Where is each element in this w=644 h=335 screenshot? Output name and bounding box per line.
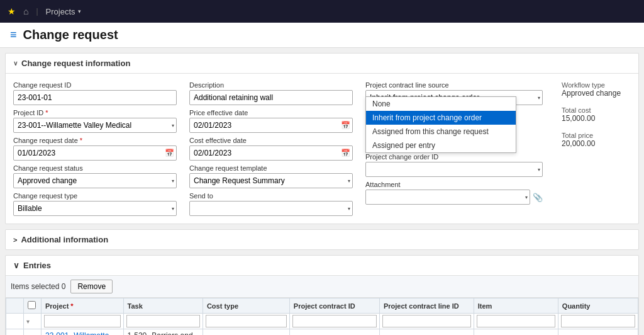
calendar-icon[interactable]: 📅 — [165, 149, 174, 157]
cost-effective-date-input[interactable] — [189, 145, 353, 161]
change-request-template-label: Change request template — [189, 164, 353, 172]
filter-quantity — [558, 314, 638, 329]
items-selected-text: Items selected 0 — [11, 282, 65, 291]
page-title: Change request — [23, 28, 118, 42]
dropdown-option-assigned-entry[interactable]: Assigned per entry — [366, 139, 516, 152]
th-project-contract-line-id: Project contract line ID — [379, 298, 474, 314]
total-price-value: 20,000.00 — [562, 139, 631, 148]
change-request-date-group: Change request date * 📅 — [13, 137, 177, 161]
change-request-type-select[interactable]: Billable — [13, 201, 177, 216]
paperclip-icon[interactable]: 📎 — [533, 193, 543, 202]
cost-effective-date-input-wrapper: 📅 — [189, 145, 353, 161]
project-id-select[interactable]: 23-001--Willamette Valley Medical — [13, 118, 177, 133]
th-project-contract-id: Project contract ID — [289, 298, 379, 314]
filter-num — [6, 314, 24, 329]
attachment-select-wrapper: ▾ — [365, 190, 530, 205]
project-change-order-id-select-wrapper: ▾ — [365, 162, 543, 177]
entries-table: Project * Task Cost type Project contrac… — [6, 298, 638, 335]
home-icon[interactable]: ⌂ — [23, 6, 28, 16]
additional-info-section: > Additional information — [5, 229, 639, 250]
section-toggle-icon: ∨ — [13, 60, 18, 67]
workflow-type-group: Workflow type Approved change — [562, 81, 631, 98]
change-request-id-label: Change request ID — [13, 81, 177, 89]
project-contract-line-source-group: Project contract line source Inherit fro… — [365, 81, 543, 105]
attachment-group: Attachment ▾ 📎 — [365, 181, 543, 205]
filter-item-input[interactable] — [477, 315, 555, 327]
price-effective-date-group: Price effective date 📅 — [189, 109, 353, 133]
price-effective-date-input[interactable] — [189, 118, 353, 133]
form-col-1: Change request ID Project ID * 23-001--W… — [13, 81, 177, 216]
workflow-type-label: Workflow type — [562, 81, 631, 89]
row-1-item: Subcontract--Subcont — [474, 329, 558, 336]
filter-project — [42, 314, 124, 329]
change-request-date-input[interactable] — [13, 145, 177, 161]
change-request-date-label: Change request date * — [13, 137, 177, 144]
select-all-checkbox[interactable] — [28, 301, 36, 309]
filter-project-input[interactable] — [44, 315, 121, 327]
description-input[interactable] — [189, 90, 353, 105]
section-body: Change request ID Project ID * 23-001--W… — [6, 74, 638, 224]
row-num-1: 1 — [6, 329, 24, 336]
filter-project-contract-id — [289, 314, 379, 329]
price-effective-date-input-wrapper: 📅 — [189, 118, 353, 133]
filter-task-input[interactable] — [126, 315, 200, 327]
filter-cost-type — [203, 314, 289, 329]
change-request-status-group: Change request status Approved change ▾ — [13, 164, 177, 188]
star-icon[interactable]: ★ — [8, 6, 16, 16]
row-1-project-contract-id — [289, 329, 379, 336]
row-1-cost-type: SUB--Subcontractors — [203, 329, 289, 336]
entries-toggle-icon: ∨ — [13, 261, 19, 270]
change-request-date-input-wrapper: 📅 — [13, 145, 177, 161]
change-request-status-select[interactable]: Approved change — [13, 173, 177, 188]
entries-section-label: Entries — [23, 261, 51, 270]
th-item: Item — [474, 298, 558, 314]
change-request-type-label: Change request type — [13, 192, 177, 200]
additional-info-header[interactable]: > Additional information — [6, 230, 638, 249]
project-change-order-id-select[interactable] — [365, 162, 543, 177]
project-id-group: Project ID * 23-001--Willamette Valley M… — [13, 109, 177, 133]
th-task: Task — [123, 298, 203, 314]
entries-toolbar: Items selected 0 Remove — [6, 276, 638, 298]
dropdown-option-inherit[interactable]: Inherit from project change order — [366, 111, 516, 125]
change-request-status-select-wrapper: Approved change ▾ — [13, 173, 177, 188]
description-label: Description — [189, 81, 353, 89]
filter-item — [474, 314, 558, 329]
table-header-row: Project * Task Cost type Project contrac… — [6, 298, 638, 314]
row-1-project-contract-line-id — [379, 329, 474, 336]
filter-project-contract-line-id-input[interactable] — [382, 315, 471, 327]
row-1-project: 23-001--Willamette Va — [42, 329, 124, 336]
change-request-info-header[interactable]: ∨ Change request information — [6, 54, 638, 74]
price-effective-date-label: Price effective date — [189, 109, 353, 116]
dropdown-option-assigned-change[interactable]: Assigned from this change request — [366, 125, 516, 139]
entries-section-header[interactable]: ∨ Entries — [6, 256, 638, 276]
filter-project-contract-id-input[interactable] — [292, 315, 377, 327]
projects-nav[interactable]: Projects ▾ — [46, 7, 81, 16]
description-group: Description — [189, 81, 353, 105]
change-request-type-group: Change request type Billable ▾ — [13, 192, 177, 216]
calendar-cost-icon[interactable]: 📅 — [341, 149, 350, 157]
project-change-order-id-label: Project change order ID — [365, 153, 543, 161]
dropdown-option-none[interactable]: None — [366, 97, 516, 111]
top-nav: ★ ⌂ | Projects ▾ — [0, 0, 644, 23]
send-to-select[interactable] — [189, 201, 353, 216]
calendar-price-icon[interactable]: 📅 — [341, 121, 350, 130]
change-request-template-select[interactable]: Change Request Summary — [189, 173, 353, 188]
filter-project-contract-line-id — [379, 314, 474, 329]
total-cost-label: Total cost — [562, 106, 631, 114]
total-cost-value: 15,000.00 — [562, 114, 631, 123]
change-request-id-input[interactable] — [13, 90, 177, 105]
form-grid: Change request ID Project ID * 23-001--W… — [13, 81, 631, 216]
attachment-select[interactable] — [365, 190, 530, 205]
th-num — [6, 298, 24, 314]
remove-button[interactable]: Remove — [70, 280, 113, 293]
page-header-icon: ≡ — [10, 28, 17, 42]
filter-cost-type-input[interactable] — [206, 315, 287, 327]
row-1-task: 1-530--Barriers and Er — [123, 329, 203, 336]
project-contract-line-source-label: Project contract line source — [365, 81, 543, 89]
filter-quantity-input[interactable] — [561, 315, 635, 327]
entries-section: ∨ Entries Items selected 0 Remove Projec… — [5, 255, 639, 335]
change-request-template-select-wrapper: Change Request Summary ▾ — [189, 173, 353, 188]
total-cost-group: Total cost 15,000.00 — [562, 106, 631, 123]
main-content: ∨ Change request information Change requ… — [0, 53, 644, 335]
attachment-input-row: ▾ 📎 — [365, 190, 543, 205]
